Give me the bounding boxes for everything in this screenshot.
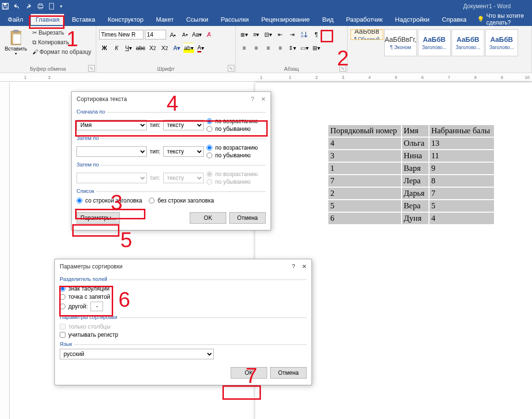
font-size-select[interactable] [145, 30, 166, 39]
document-table[interactable]: Порядковый номерИмяНабранные балы 4Ольга… [327, 124, 495, 225]
asc-radio3 [207, 171, 212, 177]
asc-label3: по возрастанию [215, 171, 258, 178]
redo-icon[interactable] [26, 3, 33, 10]
sort-type2[interactable]: тексту [163, 146, 204, 157]
other-radio[interactable] [60, 304, 65, 309]
quick-print-icon[interactable] [37, 3, 44, 10]
sort-key2[interactable] [77, 146, 147, 157]
shrink-font-icon[interactable]: A▾ [180, 29, 190, 40]
asc-radio1[interactable] [207, 118, 212, 124]
sort-dialog-titlebar[interactable]: Сортировка текста ? ✕ [72, 92, 271, 106]
tab-insert[interactable]: Вставка [67, 14, 100, 25]
help-icon[interactable]: ? [251, 96, 254, 102]
lang-select[interactable]: русский [60, 349, 214, 359]
dec-indent-icon[interactable]: ⇤ [275, 29, 285, 40]
help-icon[interactable]: ? [292, 263, 295, 270]
desc-radio2[interactable] [207, 152, 212, 158]
tab-design[interactable]: Конструктор [103, 14, 148, 25]
tab-home[interactable]: Главная [31, 14, 64, 25]
params-dialog-titlebar[interactable]: Параметры сортировки ? ✕ [55, 259, 311, 274]
style-item[interactable]: АаБбВЗаголово... [418, 29, 451, 56]
params-cancel-button[interactable]: Отмена [270, 367, 307, 379]
semicolon-radio[interactable] [60, 294, 65, 300]
style-item[interactable]: АаБбВЗаголово... [485, 29, 518, 56]
sort-icon[interactable]: AЯ [299, 29, 310, 40]
align-center-icon[interactable]: ≡ [251, 43, 261, 53]
case-check[interactable] [60, 332, 65, 338]
close-icon[interactable]: ✕ [302, 263, 307, 270]
cut-button[interactable]: ✂Вырезать [31, 28, 93, 37]
tab-mailings[interactable]: Рассылки [216, 14, 253, 25]
inc-indent-icon[interactable]: ⇥ [287, 29, 298, 40]
italic-button[interactable]: К [111, 43, 122, 53]
style-item[interactable]: АаБбВв¶ Обычный [350, 29, 383, 40]
asc-radio2[interactable] [207, 145, 212, 151]
font-color-icon[interactable]: A▾ [195, 43, 206, 53]
tab-review[interactable]: Рецензирование [257, 14, 314, 25]
paste-button[interactable]: Вставить ▾ [3, 27, 29, 56]
grow-font-icon[interactable]: A▴ [168, 29, 178, 40]
underline-button[interactable]: Ч▾ [123, 43, 134, 53]
semicolon-label: точка с запятой [68, 293, 110, 300]
with-header-radio[interactable] [77, 198, 82, 203]
numbering-icon[interactable]: ≡▾ [251, 29, 261, 40]
shading-icon[interactable]: ▭▾ [299, 43, 310, 53]
borders-icon[interactable]: ⊞▾ [311, 43, 322, 53]
qat-dropdown-icon[interactable]: ▼ [59, 4, 63, 9]
other-input[interactable] [91, 302, 103, 311]
text-effects-icon[interactable]: A▾ [171, 43, 182, 53]
sort-cancel-button[interactable]: Отмена [229, 212, 266, 224]
strike-button[interactable]: abc [135, 43, 146, 53]
tab-radio[interactable] [60, 286, 65, 292]
bold-button[interactable]: Ж [99, 43, 110, 53]
save-icon[interactable] [2, 3, 9, 10]
font-name-select[interactable] [99, 30, 143, 39]
sort-type1[interactable]: тексту [163, 120, 204, 130]
first-by-label: Сначала по [77, 109, 107, 114]
font-launcher[interactable]: ⤡ [228, 65, 234, 72]
superscript-button[interactable]: X2 [159, 43, 170, 53]
clipboard-launcher[interactable]: ⤡ [88, 65, 95, 72]
paragraph-launcher[interactable]: ⤡ [339, 65, 346, 72]
new-doc-icon[interactable] [48, 3, 55, 10]
tab-view[interactable]: Вид [317, 14, 338, 25]
sort-ok-button[interactable]: OK [190, 212, 226, 224]
style-item[interactable]: АаБбВвГг,¶ Эконом [384, 29, 417, 56]
tab-references[interactable]: Ссылки [182, 14, 213, 25]
params-ok-button[interactable]: OK [231, 367, 267, 379]
align-left-icon[interactable]: ≡ [239, 43, 249, 53]
bullets-icon[interactable]: ≣▾ [239, 29, 249, 40]
line-spacing-icon[interactable]: ⇕▾ [287, 43, 298, 53]
sort-key1[interactable]: Имя [77, 120, 147, 130]
type-label1: тип: [150, 122, 160, 128]
ruler-vertical[interactable] [0, 83, 10, 419]
close-icon[interactable]: ✕ [261, 96, 266, 102]
show-marks-icon[interactable]: ¶ [311, 29, 322, 40]
style-item[interactable]: АаБбВЗаголово... [452, 29, 484, 56]
format-painter-button[interactable]: 🖌Формат по образцу [31, 48, 93, 56]
clear-format-icon[interactable]: A̸ [204, 29, 214, 40]
tab-developer[interactable]: Разработчик [341, 14, 388, 25]
tell-me-label: Что вы хотите сделать? [486, 13, 529, 26]
svg-rect-6 [50, 3, 54, 9]
desc-radio1[interactable] [207, 126, 212, 132]
tab-addins[interactable]: Надстройки [390, 14, 434, 25]
document-title: Документ1 - Word [63, 3, 530, 10]
params-button[interactable]: Параметры... [77, 212, 120, 224]
without-header-radio[interactable] [149, 198, 155, 203]
ruler-horizontal[interactable]: 12112345678910 [0, 73, 532, 82]
tab-layout[interactable]: Макет [151, 14, 179, 25]
svg-text:Я: Я [301, 35, 303, 38]
justify-icon[interactable]: ≡ [275, 43, 285, 53]
undo-icon[interactable] [13, 3, 22, 10]
change-case-icon[interactable]: Aa▾ [192, 29, 202, 40]
tell-me[interactable]: 💡 Что вы хотите сделать? [477, 13, 529, 26]
tab-file[interactable]: Файл [3, 14, 28, 25]
copy-button[interactable]: ⧉Копировать [31, 38, 93, 47]
svg-rect-8 [13, 30, 19, 33]
align-right-icon[interactable]: ≡ [263, 43, 273, 53]
highlight-icon[interactable]: ab▾ [183, 43, 194, 53]
subscript-button[interactable]: X2 [147, 43, 158, 53]
multilevel-icon[interactable]: ⊟▾ [263, 29, 273, 40]
tab-help[interactable]: Справка [437, 14, 471, 25]
